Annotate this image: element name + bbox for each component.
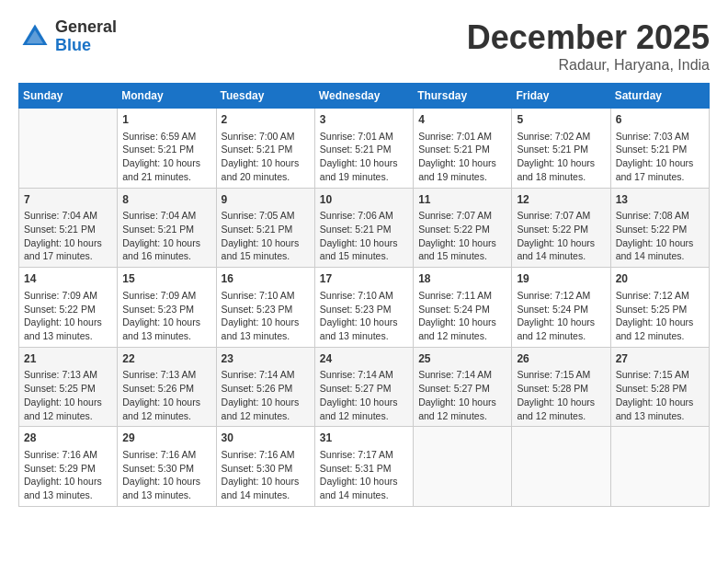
day-cell: 14Sunrise: 7:09 AM Sunset: 5:22 PM Dayli… — [19, 268, 118, 348]
day-info: Sunrise: 7:05 AM Sunset: 5:21 PM Dayligh… — [222, 209, 310, 263]
logo-icon — [18, 20, 51, 53]
day-cell — [414, 427, 512, 507]
day-cell: 29Sunrise: 7:16 AM Sunset: 5:30 PM Dayli… — [118, 427, 216, 507]
location: Radaur, Haryana, India — [467, 57, 710, 74]
day-cell: 30Sunrise: 7:16 AM Sunset: 5:30 PM Dayli… — [216, 427, 314, 507]
day-info: Sunrise: 7:13 AM Sunset: 5:26 PM Dayligh… — [122, 368, 210, 422]
day-cell: 9Sunrise: 7:05 AM Sunset: 5:21 PM Daylig… — [216, 188, 314, 268]
logo-text: General Blue — [55, 18, 117, 55]
day-cell: 11Sunrise: 7:07 AM Sunset: 5:22 PM Dayli… — [414, 188, 512, 268]
day-cell: 26Sunrise: 7:15 AM Sunset: 5:28 PM Dayli… — [512, 347, 610, 427]
day-info: Sunrise: 7:17 AM Sunset: 5:31 PM Dayligh… — [320, 448, 408, 502]
week-row-2: 7Sunrise: 7:04 AM Sunset: 5:21 PM Daylig… — [19, 188, 710, 268]
day-cell: 10Sunrise: 7:06 AM Sunset: 5:21 PM Dayli… — [314, 188, 413, 268]
day-cell: 13Sunrise: 7:08 AM Sunset: 5:22 PM Dayli… — [610, 188, 709, 268]
day-number: 4 — [418, 112, 506, 128]
day-cell: 21Sunrise: 7:13 AM Sunset: 5:25 PM Dayli… — [19, 347, 118, 427]
day-cell: 27Sunrise: 7:15 AM Sunset: 5:28 PM Dayli… — [610, 347, 709, 427]
logo: General Blue — [18, 18, 117, 55]
day-cell: 17Sunrise: 7:10 AM Sunset: 5:23 PM Dayli… — [314, 268, 413, 348]
day-cell: 4Sunrise: 7:01 AM Sunset: 5:21 PM Daylig… — [414, 109, 512, 189]
day-number: 6 — [616, 112, 704, 128]
day-number: 24 — [320, 351, 408, 367]
logo-blue: Blue — [55, 37, 117, 55]
day-cell: 12Sunrise: 7:07 AM Sunset: 5:22 PM Dayli… — [512, 188, 610, 268]
day-number: 22 — [122, 351, 210, 367]
day-cell: 6Sunrise: 7:03 AM Sunset: 5:21 PM Daylig… — [610, 109, 709, 189]
day-cell: 8Sunrise: 7:04 AM Sunset: 5:21 PM Daylig… — [118, 188, 216, 268]
day-info: Sunrise: 7:16 AM Sunset: 5:30 PM Dayligh… — [222, 448, 310, 502]
calendar-header-friday: Friday — [512, 84, 610, 109]
day-number: 23 — [222, 351, 310, 367]
day-info: Sunrise: 7:10 AM Sunset: 5:23 PM Dayligh… — [320, 289, 408, 343]
day-number: 3 — [320, 112, 408, 128]
day-number: 17 — [320, 271, 408, 287]
calendar-header-wednesday: Wednesday — [314, 84, 413, 109]
day-number: 13 — [616, 192, 704, 208]
day-cell: 3Sunrise: 7:01 AM Sunset: 5:21 PM Daylig… — [314, 109, 413, 189]
day-number: 25 — [418, 351, 506, 367]
day-number: 27 — [616, 351, 704, 367]
month-title: December 2025 — [467, 18, 710, 57]
day-info: Sunrise: 7:11 AM Sunset: 5:24 PM Dayligh… — [418, 289, 506, 343]
week-row-1: 1Sunrise: 6:59 AM Sunset: 5:21 PM Daylig… — [19, 109, 710, 189]
day-info: Sunrise: 7:01 AM Sunset: 5:21 PM Dayligh… — [418, 130, 506, 184]
day-cell: 19Sunrise: 7:12 AM Sunset: 5:24 PM Dayli… — [512, 268, 610, 348]
day-number: 31 — [320, 431, 408, 446]
day-cell: 24Sunrise: 7:14 AM Sunset: 5:27 PM Dayli… — [314, 347, 413, 427]
day-info: Sunrise: 7:07 AM Sunset: 5:22 PM Dayligh… — [517, 209, 605, 263]
day-number: 14 — [24, 271, 112, 287]
day-cell — [19, 109, 118, 189]
day-number: 21 — [24, 351, 112, 367]
day-cell: 1Sunrise: 6:59 AM Sunset: 5:21 PM Daylig… — [118, 109, 216, 189]
calendar-header-monday: Monday — [118, 84, 216, 109]
day-info: Sunrise: 7:14 AM Sunset: 5:27 PM Dayligh… — [320, 368, 408, 422]
day-info: Sunrise: 7:14 AM Sunset: 5:26 PM Dayligh… — [222, 368, 310, 422]
day-cell: 25Sunrise: 7:14 AM Sunset: 5:27 PM Dayli… — [414, 347, 512, 427]
day-number: 10 — [320, 192, 408, 208]
day-info: Sunrise: 7:16 AM Sunset: 5:29 PM Dayligh… — [24, 448, 112, 502]
day-info: Sunrise: 7:01 AM Sunset: 5:21 PM Dayligh… — [320, 130, 408, 184]
day-info: Sunrise: 6:59 AM Sunset: 5:21 PM Dayligh… — [122, 130, 210, 184]
day-number: 16 — [222, 271, 310, 287]
day-info: Sunrise: 7:10 AM Sunset: 5:23 PM Dayligh… — [222, 289, 310, 343]
day-cell: 2Sunrise: 7:00 AM Sunset: 5:21 PM Daylig… — [216, 109, 314, 189]
day-cell: 16Sunrise: 7:10 AM Sunset: 5:23 PM Dayli… — [216, 268, 314, 348]
day-info: Sunrise: 7:03 AM Sunset: 5:21 PM Dayligh… — [616, 130, 704, 184]
page-header: General Blue December 2025 Radaur, Harya… — [18, 18, 710, 74]
day-number: 26 — [517, 351, 605, 367]
day-cell: 23Sunrise: 7:14 AM Sunset: 5:26 PM Dayli… — [216, 347, 314, 427]
logo-general: General — [55, 18, 117, 37]
day-info: Sunrise: 7:16 AM Sunset: 5:30 PM Dayligh… — [122, 448, 210, 502]
day-cell: 7Sunrise: 7:04 AM Sunset: 5:21 PM Daylig… — [19, 188, 118, 268]
day-info: Sunrise: 7:09 AM Sunset: 5:22 PM Dayligh… — [24, 289, 112, 343]
day-cell: 20Sunrise: 7:12 AM Sunset: 5:25 PM Dayli… — [610, 268, 709, 348]
day-info: Sunrise: 7:12 AM Sunset: 5:25 PM Dayligh… — [616, 289, 704, 343]
day-info: Sunrise: 7:04 AM Sunset: 5:21 PM Dayligh… — [24, 209, 112, 263]
week-row-5: 28Sunrise: 7:16 AM Sunset: 5:29 PM Dayli… — [19, 427, 710, 507]
week-row-4: 21Sunrise: 7:13 AM Sunset: 5:25 PM Dayli… — [19, 347, 710, 427]
day-cell — [512, 427, 610, 507]
day-info: Sunrise: 7:09 AM Sunset: 5:23 PM Dayligh… — [122, 289, 210, 343]
day-info: Sunrise: 7:12 AM Sunset: 5:24 PM Dayligh… — [517, 289, 605, 343]
week-row-3: 14Sunrise: 7:09 AM Sunset: 5:22 PM Dayli… — [19, 268, 710, 348]
day-info: Sunrise: 7:14 AM Sunset: 5:27 PM Dayligh… — [418, 368, 506, 422]
day-cell: 31Sunrise: 7:17 AM Sunset: 5:31 PM Dayli… — [314, 427, 413, 507]
day-info: Sunrise: 7:07 AM Sunset: 5:22 PM Dayligh… — [418, 209, 506, 263]
day-number: 19 — [517, 271, 605, 287]
day-info: Sunrise: 7:15 AM Sunset: 5:28 PM Dayligh… — [517, 368, 605, 422]
day-info: Sunrise: 7:15 AM Sunset: 5:28 PM Dayligh… — [616, 368, 704, 422]
day-cell: 28Sunrise: 7:16 AM Sunset: 5:29 PM Dayli… — [19, 427, 118, 507]
calendar-header-row: SundayMondayTuesdayWednesdayThursdayFrid… — [19, 84, 710, 109]
day-info: Sunrise: 7:00 AM Sunset: 5:21 PM Dayligh… — [222, 130, 310, 184]
day-number: 8 — [122, 192, 210, 208]
day-info: Sunrise: 7:02 AM Sunset: 5:21 PM Dayligh… — [517, 130, 605, 184]
day-number: 15 — [122, 271, 210, 287]
day-info: Sunrise: 7:04 AM Sunset: 5:21 PM Dayligh… — [122, 209, 210, 263]
day-number: 1 — [122, 112, 210, 128]
title-block: December 2025 Radaur, Haryana, India — [467, 18, 710, 74]
day-number: 12 — [517, 192, 605, 208]
day-cell: 5Sunrise: 7:02 AM Sunset: 5:21 PM Daylig… — [512, 109, 610, 189]
day-cell: 18Sunrise: 7:11 AM Sunset: 5:24 PM Dayli… — [414, 268, 512, 348]
day-number: 9 — [222, 192, 310, 208]
